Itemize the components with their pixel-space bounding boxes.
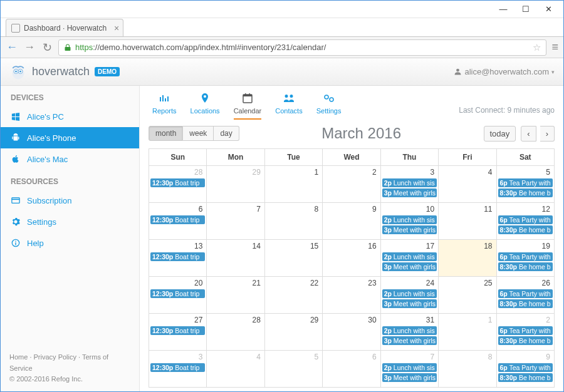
calendar-cell[interactable]: 312:30p Boat trip: [149, 351, 206, 388]
calendar-cell[interactable]: 196p Tea Party with8:30p Be home b: [496, 240, 554, 277]
calendar-cell[interactable]: 21: [206, 277, 264, 314]
window-close[interactable]: ✕: [537, 3, 560, 16]
view-day-button[interactable]: day: [214, 126, 239, 141]
calendar-cell[interactable]: 72p Lunch with sis3p Meet with girls: [380, 351, 438, 388]
calendar-event[interactable]: 3p Meet with girls: [382, 188, 437, 197]
tab-close-icon[interactable]: ×: [114, 23, 119, 33]
calendar-cell[interactable]: 15: [264, 240, 322, 277]
sidebar-item-alices-phone[interactable]: Alice's Phone: [1, 127, 139, 148]
calendar-cell[interactable]: 4: [206, 351, 264, 388]
browser-forward-button[interactable]: →: [23, 41, 36, 54]
calendar-cell[interactable]: 2: [322, 166, 380, 203]
calendar-event[interactable]: 6p Tea Party with: [498, 215, 553, 224]
calendar-cell[interactable]: 2012:30p Boat trip: [149, 277, 206, 314]
calendar-cell[interactable]: 5: [264, 351, 322, 388]
footer-link-home[interactable]: Home: [9, 353, 28, 361]
calendar-event[interactable]: 12:30p Boat trip: [150, 363, 205, 372]
calendar-cell[interactable]: 1312:30p Boat trip: [149, 240, 206, 277]
sidebar-item-subscription[interactable]: Subscription: [1, 190, 139, 211]
calendar-event[interactable]: 12:30p Boat trip: [150, 178, 205, 187]
calendar-cell[interactable]: 312p Lunch with sis3p Meet with girls: [380, 314, 438, 351]
calendar-cell[interactable]: 242p Lunch with sis3p Meet with girls: [380, 277, 438, 314]
calendar-cell[interactable]: 18: [438, 240, 496, 277]
calendar-event[interactable]: 8:30p Be home b: [498, 336, 553, 345]
calendar-cell[interactable]: 126p Tea Party with8:30p Be home b: [496, 203, 554, 240]
calendar-event[interactable]: 2p Lunch with sis: [382, 289, 437, 298]
calendar-event[interactable]: 3p Meet with girls: [382, 336, 437, 345]
footer-link-privacy[interactable]: Privacy Policy: [34, 353, 76, 361]
next-button[interactable]: ›: [540, 126, 555, 142]
calendar-event[interactable]: 6p Tea Party with: [498, 326, 553, 335]
sidebar-item-help[interactable]: Help: [1, 232, 139, 254]
browser-menu-button[interactable]: ≡: [551, 41, 558, 54]
calendar-cell[interactable]: 96p Tea Party with8:30p Be home b: [496, 351, 554, 388]
calendar-cell[interactable]: 30: [322, 314, 380, 351]
calendar-event[interactable]: 3p Meet with girls: [382, 225, 437, 234]
calendar-event[interactable]: 6p Tea Party with: [498, 252, 553, 261]
calendar-cell[interactable]: 612:30p Boat trip: [149, 203, 206, 240]
tab-reports[interactable]: Reports: [152, 92, 177, 120]
calendar-cell[interactable]: 26p Tea Party with8:30p Be home b: [496, 314, 554, 351]
sidebar-item-alices-mac[interactable]: Alice's Mac: [1, 148, 139, 170]
calendar-event[interactable]: 6p Tea Party with: [498, 363, 553, 372]
calendar-cell[interactable]: 8: [264, 203, 322, 240]
calendar-cell[interactable]: 102p Lunch with sis3p Meet with girls: [380, 203, 438, 240]
bookmark-star-icon[interactable]: ☆: [533, 42, 541, 53]
calendar-event[interactable]: 6p Tea Party with: [498, 178, 553, 187]
calendar-event[interactable]: 12:30p Boat trip: [150, 326, 205, 335]
calendar-cell[interactable]: 22: [264, 277, 322, 314]
calendar-event[interactable]: 6p Tea Party with: [498, 289, 553, 298]
calendar-event[interactable]: 8:30p Be home b: [498, 225, 553, 234]
calendar-cell[interactable]: 4: [438, 166, 496, 203]
calendar-event[interactable]: 8:30p Be home b: [498, 262, 553, 271]
calendar-cell[interactable]: 6: [322, 351, 380, 388]
calendar-event[interactable]: 12:30p Boat trip: [150, 289, 205, 298]
calendar-cell[interactable]: 56p Tea Party with8:30p Be home b: [496, 166, 554, 203]
calendar-cell[interactable]: 25: [438, 277, 496, 314]
browser-tab[interactable]: Dashboard · Hoverwatch ×: [6, 19, 123, 36]
calendar-event[interactable]: 2p Lunch with sis: [382, 178, 437, 187]
user-menu[interactable]: alice@hoverwatch.com ▾: [454, 67, 555, 76]
calendar-event[interactable]: 12:30p Boat trip: [150, 215, 205, 224]
address-bar[interactable]: https://demo.hoverwatch.com/app/index.ht…: [58, 39, 546, 56]
prev-button[interactable]: ‹: [521, 126, 536, 142]
calendar-cell[interactable]: 2812:30p Boat trip: [149, 166, 206, 203]
today-button[interactable]: today: [484, 126, 516, 142]
calendar-event[interactable]: 3p Meet with girls: [382, 373, 437, 382]
view-month-button[interactable]: month: [149, 126, 183, 141]
calendar-event[interactable]: 2p Lunch with sis: [382, 363, 437, 372]
sidebar-item-alices-pc[interactable]: Alice's PC: [1, 106, 139, 127]
view-week-button[interactable]: week: [183, 126, 214, 141]
tab-contacts[interactable]: Contacts: [275, 92, 302, 120]
calendar-cell[interactable]: 8: [438, 351, 496, 388]
calendar-cell[interactable]: 1: [264, 166, 322, 203]
browser-reload-button[interactable]: ↻: [41, 41, 53, 54]
tab-calendar[interactable]: Calendar: [234, 92, 262, 120]
tab-locations[interactable]: Locations: [191, 92, 220, 120]
calendar-cell[interactable]: 1: [438, 314, 496, 351]
calendar-event[interactable]: 2p Lunch with sis: [382, 252, 437, 261]
calendar-cell[interactable]: 11: [438, 203, 496, 240]
calendar-event[interactable]: 8:30p Be home b: [498, 299, 553, 308]
calendar-cell[interactable]: 29: [264, 314, 322, 351]
browser-back-button[interactable]: ←: [6, 41, 18, 54]
calendar-cell[interactable]: 32p Lunch with sis3p Meet with girls: [380, 166, 438, 203]
calendar-event[interactable]: 8:30p Be home b: [498, 188, 553, 197]
calendar-event[interactable]: 12:30p Boat trip: [150, 252, 205, 261]
calendar-cell[interactable]: 14: [206, 240, 264, 277]
sidebar-item-settings[interactable]: Settings: [1, 211, 139, 232]
calendar-cell[interactable]: 266p Tea Party with8:30p Be home b: [496, 277, 554, 314]
window-maximize[interactable]: ☐: [514, 3, 537, 16]
calendar-event[interactable]: 3p Meet with girls: [382, 262, 437, 271]
calendar-cell[interactable]: 29: [206, 166, 264, 203]
calendar-event[interactable]: 8:30p Be home b: [498, 373, 553, 382]
calendar-cell[interactable]: 7: [206, 203, 264, 240]
calendar-event[interactable]: 2p Lunch with sis: [382, 215, 437, 224]
calendar-event[interactable]: 2p Lunch with sis: [382, 326, 437, 335]
tab-settings[interactable]: Settings: [316, 92, 342, 120]
calendar-cell[interactable]: 16: [322, 240, 380, 277]
calendar-event[interactable]: 3p Meet with girls: [382, 299, 437, 308]
calendar-cell[interactable]: 28: [206, 314, 264, 351]
calendar-cell[interactable]: 9: [322, 203, 380, 240]
calendar-cell[interactable]: 23: [322, 277, 380, 314]
